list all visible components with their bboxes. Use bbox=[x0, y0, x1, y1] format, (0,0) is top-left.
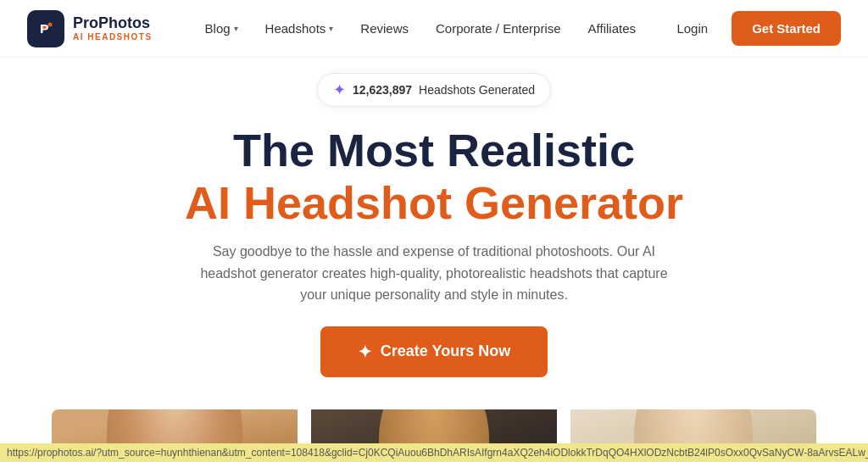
nav-reviews[interactable]: Reviews bbox=[348, 14, 420, 42]
status-bar: https://prophotos.ai/?utm_source=huynhth… bbox=[0, 443, 868, 462]
nav-blog[interactable]: Blog ▾ bbox=[193, 14, 250, 42]
logo-text: ProPhotos AI HEADSHOTS bbox=[73, 15, 153, 42]
logo[interactable]: ProPhotos AI HEADSHOTS bbox=[27, 10, 153, 47]
create-yours-now-button[interactable]: ✦ Create Yours Now bbox=[320, 326, 548, 377]
badge-count: 12,623,897 bbox=[353, 83, 412, 97]
logo-icon bbox=[27, 10, 64, 47]
nav-corporate[interactable]: Corporate / Enterprise bbox=[424, 14, 573, 42]
blog-chevron-icon: ▾ bbox=[234, 24, 238, 33]
navbar: ProPhotos AI HEADSHOTS Blog ▾ Headshots … bbox=[0, 0, 868, 58]
nav-headshots[interactable]: Headshots ▾ bbox=[253, 14, 346, 42]
nav-links: Blog ▾ Headshots ▾ Reviews Corporate / E… bbox=[193, 14, 667, 42]
hero-title-line1: The Most Realistic bbox=[27, 124, 841, 176]
login-button[interactable]: Login bbox=[666, 14, 718, 42]
headshots-chevron-icon: ▾ bbox=[329, 24, 333, 33]
nav-right: Login Get Started bbox=[666, 11, 841, 46]
hero-title-line2: AI Headshot Generator bbox=[27, 176, 841, 229]
hero-subtitle: Say goodbye to the hassle and expense of… bbox=[188, 241, 680, 306]
svg-point-1 bbox=[48, 22, 53, 26]
sparkle-icon: ✦ bbox=[333, 81, 346, 99]
headshots-count-badge: ✦ 12,623,897 Headshots Generated bbox=[317, 73, 551, 107]
cta-label: Create Yours Now bbox=[381, 342, 510, 360]
hero-section: The Most Realistic AI Headshot Generator… bbox=[0, 114, 868, 394]
nav-affiliates[interactable]: Affiliates bbox=[576, 14, 648, 42]
wand-icon: ✦ bbox=[358, 342, 372, 362]
badge-label: Headshots Generated bbox=[419, 83, 535, 97]
get-started-button[interactable]: Get Started bbox=[732, 11, 841, 46]
headshots-badge-row: ✦ 12,623,897 Headshots Generated bbox=[0, 58, 868, 114]
status-url: https://prophotos.ai/?utm_source=huynhth… bbox=[7, 447, 868, 459]
